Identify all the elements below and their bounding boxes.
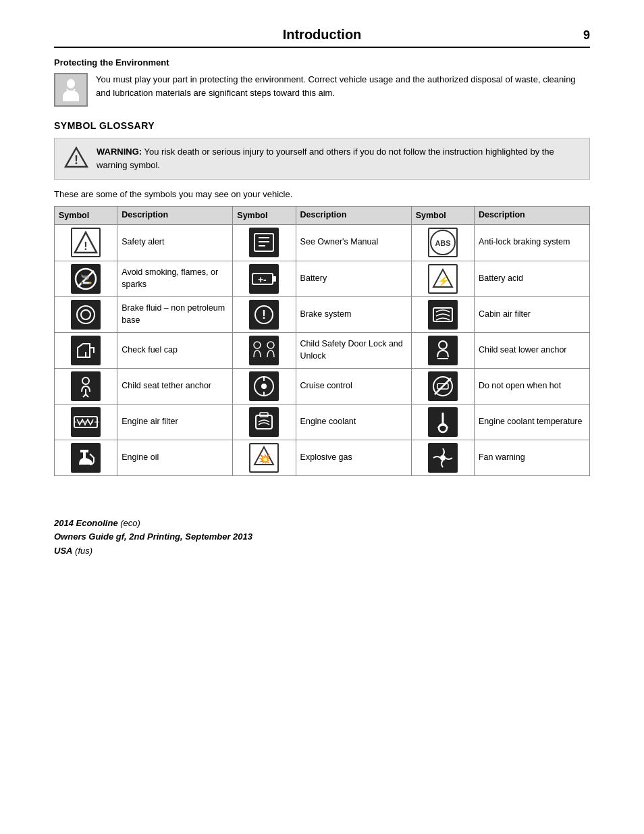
engine-coolant-symbol — [249, 407, 279, 437]
engine-oil-symbol — [71, 443, 101, 473]
symbol-cell — [411, 296, 474, 332]
env-section: You must play your part in protecting th… — [54, 73, 590, 107]
col-header-symbol1: Symbol — [55, 207, 117, 225]
footer-line1: 2014 Econoline (eco) — [54, 517, 590, 531]
env-icon — [54, 73, 88, 107]
battery-symbol: + - — [249, 264, 279, 294]
battery-acid-desc: Battery acid — [474, 261, 589, 296]
check-fuel-cap-desc: Check fuel cap — [117, 332, 233, 368]
child-seat-lower-anchor-symbol — [428, 336, 458, 365]
engine-oil-desc: Engine oil — [117, 440, 233, 475]
footer-model: 2014 Econoline — [54, 518, 118, 528]
footer-line2: Owners Guide gf, 2nd Printing, September… — [54, 530, 590, 544]
symbol-cell — [55, 296, 117, 332]
engine-coolant-temp-desc: Engine coolant temperature — [474, 404, 589, 440]
check-fuel-cap-symbol — [71, 336, 101, 365]
env-heading: Protecting the Environment — [54, 57, 590, 68]
env-text: You must play your part in protecting th… — [96, 73, 590, 99]
explosive-gas-symbol: 💥 — [249, 443, 279, 473]
engine-air-filter-symbol — [71, 407, 101, 437]
explosive-gas-desc: Explosive gas — [296, 440, 411, 475]
intro-text: These are some of the symbols you may se… — [54, 189, 590, 199]
cruise-control-desc: Cruise control — [296, 368, 411, 404]
warning-icon: ! — [64, 147, 88, 172]
table-row: ! Safety alert See Owner's Manual — [55, 224, 590, 261]
abs-symbol: ABS — [428, 228, 458, 257]
footer-guide: Owners Guide gf, 2nd Printing, September… — [54, 531, 252, 542]
child-safety-symbol — [249, 336, 279, 365]
symbol-cell — [55, 368, 117, 404]
symbol-cell — [55, 440, 117, 475]
symbol-cell: 💥 — [233, 440, 296, 475]
svg-rect-15 — [273, 276, 276, 282]
svg-point-42 — [440, 455, 446, 461]
svg-text:!: ! — [262, 308, 266, 321]
footer-country: USA — [54, 546, 72, 556]
page-title: Introduction — [74, 27, 570, 43]
svg-point-20 — [77, 306, 95, 323]
owners-manual-symbol — [249, 228, 279, 257]
col-header-symbol3: Symbol — [411, 207, 474, 225]
table-row: 🚬 Avoid smoking, flames, or sparks + - B… — [55, 261, 590, 296]
cabin-air-filter-symbol — [428, 300, 458, 330]
safety-alert-symbol: ! — [71, 228, 101, 257]
brake-fluid-desc: Brake fluid – non petroleum base — [117, 296, 233, 332]
symbol-cell: 🚬 — [55, 261, 117, 296]
abs-desc: Anti-lock braking system — [474, 224, 589, 261]
svg-rect-37 — [256, 415, 272, 429]
warning-body: You risk death or serious injury to your… — [97, 147, 554, 170]
symbol-cell — [411, 368, 474, 404]
svg-text:💥: 💥 — [259, 453, 271, 465]
svg-text:-: - — [263, 274, 267, 285]
svg-point-30 — [261, 384, 267, 389]
svg-point-26 — [267, 342, 274, 348]
svg-text:!: ! — [74, 153, 78, 167]
symbol-cell — [55, 404, 117, 440]
footer: 2014 Econoline (eco) Owners Guide gf, 2n… — [54, 517, 590, 558]
table-row: Engine oil 💥 Explosive gas — [55, 440, 590, 475]
symbol-cell — [411, 440, 474, 475]
symbol-cell: ABS — [411, 224, 474, 261]
col-header-desc3: Description — [474, 207, 589, 225]
symbol-cell — [233, 368, 296, 404]
child-seat-lower-anchor-desc: Child seat lower anchor — [474, 332, 589, 368]
do-not-open-hot-desc: Do not open when hot — [474, 368, 589, 404]
svg-text:ABS: ABS — [435, 239, 450, 247]
child-seat-tether-symbol — [71, 371, 101, 401]
svg-point-28 — [82, 377, 89, 384]
no-smoking-desc: Avoid smoking, flames, or sparks — [117, 261, 233, 296]
footer-model-variant: (eco) — [118, 518, 140, 528]
svg-text:+: + — [258, 274, 263, 285]
svg-text:⚡: ⚡ — [437, 276, 449, 287]
page-number: 9 — [570, 28, 590, 43]
symbol-cell — [233, 404, 296, 440]
col-header-symbol2: Symbol — [233, 207, 296, 225]
symbol-glossary-heading: SYMBOL GLOSSARY — [54, 120, 590, 131]
svg-point-21 — [81, 310, 90, 319]
table-row: Check fuel cap Child Safety Door Lock an… — [55, 332, 590, 368]
symbol-cell: ! — [55, 224, 117, 261]
battery-desc: Battery — [296, 261, 411, 296]
child-seat-tether-desc: Child seat tether anchor — [117, 368, 233, 404]
svg-point-25 — [254, 342, 261, 348]
table-row: Child seat tether anchor Cruise control — [55, 368, 590, 404]
brake-system-desc: Brake system — [296, 296, 411, 332]
warning-label: WARNING: — [97, 147, 142, 157]
footer-country-variant: (fus) — [72, 546, 92, 556]
symbol-table: Symbol Description Symbol Description Sy… — [54, 206, 590, 476]
cruise-control-symbol — [249, 371, 279, 401]
owners-manual-desc: See Owner's Manual — [296, 224, 411, 261]
fan-warning-desc: Fan warning — [474, 440, 589, 475]
table-row: Brake fluid – non petroleum base ! Brake… — [55, 296, 590, 332]
battery-acid-symbol: ⚡ — [428, 264, 458, 294]
symbol-cell — [411, 332, 474, 368]
footer-line3: USA (fus) — [54, 544, 590, 558]
col-header-desc1: Description — [117, 207, 233, 225]
svg-text:!: ! — [84, 240, 87, 252]
no-smoking-symbol: 🚬 — [71, 264, 101, 294]
table-row: Engine air filter Engine coolant — [55, 404, 590, 440]
symbol-cell: ! — [233, 296, 296, 332]
symbol-cell — [233, 224, 296, 261]
engine-coolant-desc: Engine coolant — [296, 404, 411, 440]
warning-box: ! WARNING: You risk death or serious inj… — [54, 138, 590, 180]
